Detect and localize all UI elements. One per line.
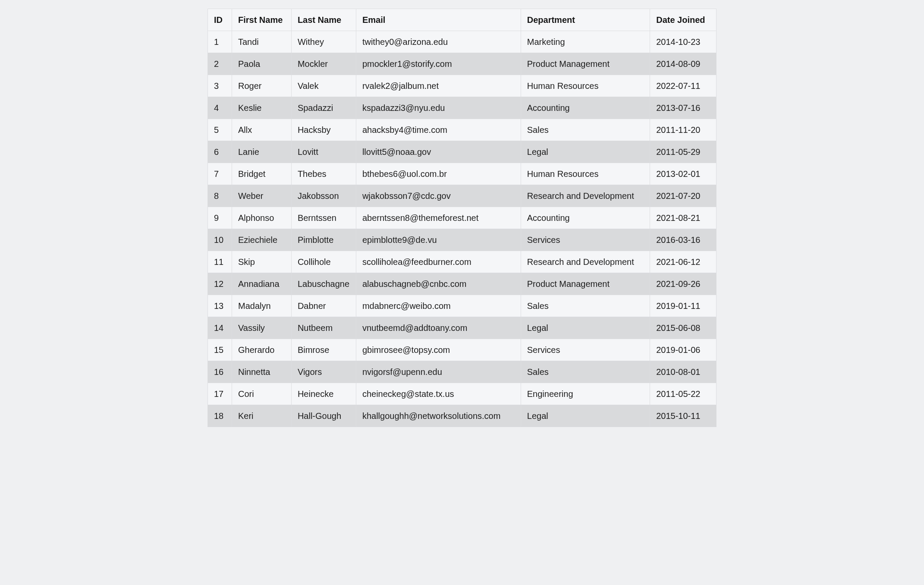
table-row[interactable]: 1TandiWitheytwithey0@arizona.eduMarketin… bbox=[208, 31, 717, 53]
cell-id: 13 bbox=[208, 295, 232, 317]
cell-department: Human Resources bbox=[521, 75, 650, 97]
cell-date-joined: 2019-01-11 bbox=[650, 295, 717, 317]
cell-first-name: Allx bbox=[232, 119, 291, 141]
cell-first-name: Tandi bbox=[232, 31, 291, 53]
col-header-last-name[interactable]: Last Name bbox=[291, 9, 356, 31]
table-header: ID First Name Last Name Email Department… bbox=[208, 9, 717, 31]
cell-date-joined: 2011-05-22 bbox=[650, 383, 717, 405]
table-row[interactable]: 6LanieLovittllovitt5@noaa.govLegal2011-0… bbox=[208, 141, 717, 163]
cell-date-joined: 2021-07-20 bbox=[650, 185, 717, 207]
cell-date-joined: 2013-02-01 bbox=[650, 163, 717, 185]
cell-id: 3 bbox=[208, 75, 232, 97]
cell-id: 2 bbox=[208, 53, 232, 75]
cell-last-name: Vigors bbox=[291, 361, 356, 383]
cell-first-name: Madalyn bbox=[232, 295, 291, 317]
table-row[interactable]: 5AllxHacksbyahacksby4@time.comSales2011-… bbox=[208, 119, 717, 141]
cell-email: pmockler1@storify.com bbox=[356, 53, 521, 75]
cell-email: vnutbeemd@addtoany.com bbox=[356, 317, 521, 339]
cell-date-joined: 2015-06-08 bbox=[650, 317, 717, 339]
table-row[interactable]: 3RogerValekrvalek2@jalbum.netHuman Resou… bbox=[208, 75, 717, 97]
cell-date-joined: 2014-10-23 bbox=[650, 31, 717, 53]
cell-last-name: Spadazzi bbox=[291, 97, 356, 119]
col-header-email[interactable]: Email bbox=[356, 9, 521, 31]
cell-department: Legal bbox=[521, 405, 650, 427]
cell-first-name: Keri bbox=[232, 405, 291, 427]
cell-first-name: Cori bbox=[232, 383, 291, 405]
cell-date-joined: 2010-08-01 bbox=[650, 361, 717, 383]
table-container: ID First Name Last Name Email Department… bbox=[207, 9, 717, 427]
cell-last-name: Hacksby bbox=[291, 119, 356, 141]
table-row[interactable]: 4KeslieSpadazzikspadazzi3@nyu.eduAccount… bbox=[208, 97, 717, 119]
cell-id: 16 bbox=[208, 361, 232, 383]
cell-last-name: Berntssen bbox=[291, 207, 356, 229]
cell-email: scolliholea@feedburner.com bbox=[356, 251, 521, 273]
cell-email: aberntssen8@themeforest.net bbox=[356, 207, 521, 229]
cell-id: 4 bbox=[208, 97, 232, 119]
cell-email: llovitt5@noaa.gov bbox=[356, 141, 521, 163]
cell-department: Sales bbox=[521, 361, 650, 383]
table-row[interactable]: 12AnnadianaLabuschagnealabuschagneb@cnbc… bbox=[208, 273, 717, 295]
col-header-id[interactable]: ID bbox=[208, 9, 232, 31]
cell-date-joined: 2021-09-26 bbox=[650, 273, 717, 295]
table-body: 1TandiWitheytwithey0@arizona.eduMarketin… bbox=[208, 31, 717, 427]
cell-first-name: Skip bbox=[232, 251, 291, 273]
cell-last-name: Bimrose bbox=[291, 339, 356, 361]
cell-email: epimblotte9@de.vu bbox=[356, 229, 521, 251]
cell-department: Product Management bbox=[521, 273, 650, 295]
table-row[interactable]: 18KeriHall-Goughkhallgoughh@networksolut… bbox=[208, 405, 717, 427]
cell-department: Legal bbox=[521, 141, 650, 163]
cell-last-name: Hall-Gough bbox=[291, 405, 356, 427]
cell-date-joined: 2011-11-20 bbox=[650, 119, 717, 141]
cell-last-name: Heinecke bbox=[291, 383, 356, 405]
table-row[interactable]: 7BridgetThebesbthebes6@uol.com.brHuman R… bbox=[208, 163, 717, 185]
col-header-date-joined[interactable]: Date Joined bbox=[650, 9, 717, 31]
cell-id: 11 bbox=[208, 251, 232, 273]
cell-email: wjakobsson7@cdc.gov bbox=[356, 185, 521, 207]
cell-last-name: Jakobsson bbox=[291, 185, 356, 207]
cell-id: 1 bbox=[208, 31, 232, 53]
col-header-department[interactable]: Department bbox=[521, 9, 650, 31]
col-header-first-name[interactable]: First Name bbox=[232, 9, 291, 31]
cell-last-name: Collihole bbox=[291, 251, 356, 273]
cell-date-joined: 2019-01-06 bbox=[650, 339, 717, 361]
cell-department: Accounting bbox=[521, 97, 650, 119]
cell-department: Sales bbox=[521, 295, 650, 317]
table-row[interactable]: 16NinnettaVigorsnvigorsf@upenn.eduSales2… bbox=[208, 361, 717, 383]
cell-email: cheineckeg@state.tx.us bbox=[356, 383, 521, 405]
cell-first-name: Ninnetta bbox=[232, 361, 291, 383]
cell-last-name: Mockler bbox=[291, 53, 356, 75]
cell-department: Product Management bbox=[521, 53, 650, 75]
table-row[interactable]: 15GherardoBimrosegbimrosee@topsy.comServ… bbox=[208, 339, 717, 361]
table-row[interactable]: 11SkipColliholescolliholea@feedburner.co… bbox=[208, 251, 717, 273]
cell-date-joined: 2011-05-29 bbox=[650, 141, 717, 163]
cell-department: Engineering bbox=[521, 383, 650, 405]
cell-first-name: Annadiana bbox=[232, 273, 291, 295]
table-row[interactable]: 8WeberJakobssonwjakobsson7@cdc.govResear… bbox=[208, 185, 717, 207]
table-header-row: ID First Name Last Name Email Department… bbox=[208, 9, 717, 31]
cell-date-joined: 2013-07-16 bbox=[650, 97, 717, 119]
cell-date-joined: 2021-06-12 bbox=[650, 251, 717, 273]
cell-first-name: Vassily bbox=[232, 317, 291, 339]
cell-email: ahacksby4@time.com bbox=[356, 119, 521, 141]
cell-email: bthebes6@uol.com.br bbox=[356, 163, 521, 185]
cell-department: Research and Development bbox=[521, 251, 650, 273]
cell-email: kspadazzi3@nyu.edu bbox=[356, 97, 521, 119]
cell-date-joined: 2021-08-21 bbox=[650, 207, 717, 229]
table-row[interactable]: 9AlphonsoBerntssenaberntssen8@themefores… bbox=[208, 207, 717, 229]
table-row[interactable]: 14VassilyNutbeemvnutbeemd@addtoany.comLe… bbox=[208, 317, 717, 339]
table-row[interactable]: 13MadalynDabnermdabnerc@weibo.comSales20… bbox=[208, 295, 717, 317]
cell-last-name: Lovitt bbox=[291, 141, 356, 163]
cell-date-joined: 2022-07-11 bbox=[650, 75, 717, 97]
table-row[interactable]: 10EziechielePimblotteepimblotte9@de.vuSe… bbox=[208, 229, 717, 251]
cell-first-name: Gherardo bbox=[232, 339, 291, 361]
cell-id: 9 bbox=[208, 207, 232, 229]
cell-last-name: Withey bbox=[291, 31, 356, 53]
cell-first-name: Roger bbox=[232, 75, 291, 97]
table-row[interactable]: 17CoriHeineckecheineckeg@state.tx.usEngi… bbox=[208, 383, 717, 405]
cell-email: twithey0@arizona.edu bbox=[356, 31, 521, 53]
table-row[interactable]: 2PaolaMocklerpmockler1@storify.comProduc… bbox=[208, 53, 717, 75]
cell-email: mdabnerc@weibo.com bbox=[356, 295, 521, 317]
cell-department: Marketing bbox=[521, 31, 650, 53]
employee-table: ID First Name Last Name Email Department… bbox=[207, 9, 717, 427]
cell-department: Legal bbox=[521, 317, 650, 339]
